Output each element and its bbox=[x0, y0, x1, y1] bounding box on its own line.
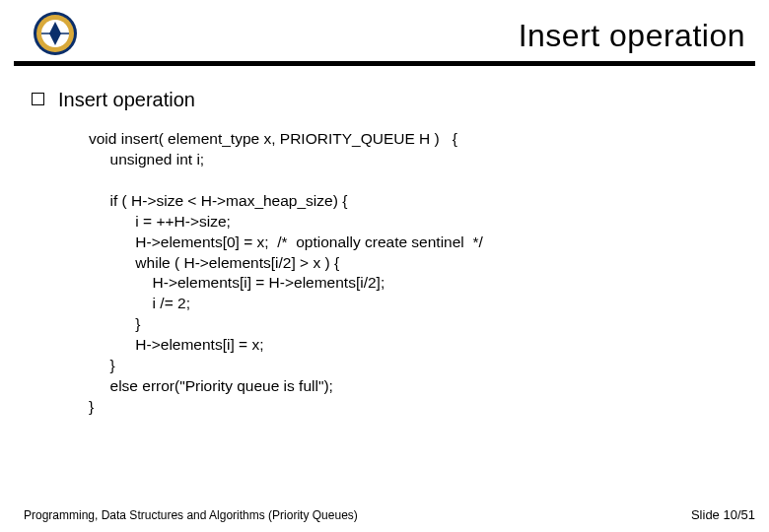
slide-title: Insert operation bbox=[519, 18, 745, 54]
header-divider bbox=[14, 61, 755, 66]
bullet-label: Insert operation bbox=[58, 89, 195, 111]
code-line: i /= 2; bbox=[89, 295, 190, 311]
code-line: unsigned int i; bbox=[89, 151, 204, 167]
code-line: else error("Priority queue is full"); bbox=[89, 377, 333, 394]
bullet-item: Insert operation bbox=[32, 89, 745, 111]
code-line: } bbox=[89, 398, 94, 415]
code-line: while ( H->elements[i/2] > x ) { bbox=[89, 254, 339, 271]
footer-page-number: Slide 10/51 bbox=[691, 507, 755, 522]
code-block: void insert( element_type x, PRIORITY_QU… bbox=[89, 129, 745, 418]
square-bullet-icon bbox=[32, 93, 44, 105]
slide-header: Insert operation bbox=[0, 0, 769, 59]
code-line: H->elements[0] = x; /* optionally create… bbox=[89, 233, 483, 250]
slide-footer: Programming, Data Structures and Algorit… bbox=[24, 507, 755, 522]
code-line: i = ++H->size; bbox=[89, 213, 231, 230]
code-line: void insert( element_type x, PRIORITY_QU… bbox=[89, 130, 457, 147]
code-line: H->elements[i] = x; bbox=[89, 336, 263, 353]
institution-logo-icon bbox=[32, 10, 79, 57]
slide-content: Insert operation void insert( element_ty… bbox=[32, 89, 745, 483]
footer-course: Programming, Data Structures and Algorit… bbox=[24, 508, 358, 522]
code-line: H->elements[i] = H->elements[i/2]; bbox=[89, 274, 384, 291]
slide: Insert operation Insert operation void i… bbox=[0, 0, 769, 532]
code-line: } bbox=[89, 315, 141, 332]
code-line: if ( H->size < H->max_heap_size) { bbox=[89, 192, 347, 209]
code-line: } bbox=[89, 357, 115, 373]
